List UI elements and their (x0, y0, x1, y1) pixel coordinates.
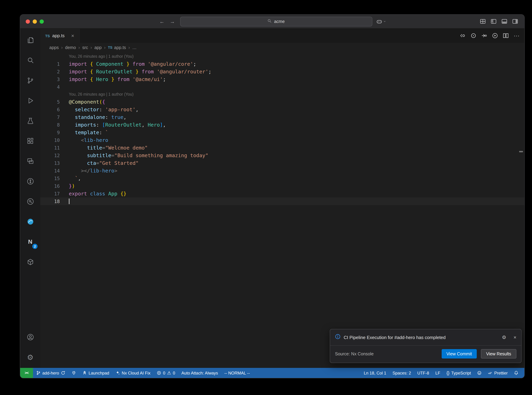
status-connect[interactable] (69, 368, 79, 378)
status-language-mode-label: TypeScript (451, 370, 471, 375)
titlebar-center: ←→ acme (158, 15, 386, 28)
code-line-1[interactable]: 1import { Component } from '@angular/cor… (40, 60, 524, 68)
code-line-9[interactable]: 9 template: ` (40, 129, 524, 136)
notification-header: CI Pipeline Execution for #add-hero has … (330, 329, 521, 345)
activity-nx-console[interactable]: N2 (20, 232, 40, 252)
activity-source-control[interactable] (20, 70, 40, 90)
breadcrumb-app.ts[interactable]: TSapp.ts (108, 45, 126, 50)
activity-azure[interactable] (20, 211, 40, 232)
code-line-13[interactable]: 13 cta="Get Started" (40, 159, 524, 167)
activity-extensions[interactable] (20, 131, 40, 151)
minimize-window-button[interactable] (33, 19, 37, 23)
code-line-2[interactable]: 2import { RouterOutlet } from '@angular/… (40, 68, 524, 76)
status-notifications-bell[interactable] (511, 368, 521, 378)
status-remote-indicator[interactable]: >< (20, 368, 33, 378)
code-line-7[interactable]: 7 standalone: true, (40, 113, 524, 121)
search-value: acme (274, 19, 285, 24)
breadcrumb-separator: › (91, 45, 92, 50)
notification-settings-button[interactable]: ⚙ (502, 335, 506, 340)
code-editor[interactable]: You, 26 minutes ago | 1 author (You)1imp… (40, 52, 524, 368)
status-git-branch-label: add-hero (42, 370, 59, 375)
open-changes-button[interactable] (460, 33, 466, 38)
status-cursor-position-label: Ln 18, Col 1 (364, 370, 386, 375)
breadcrumb-app[interactable]: app (94, 45, 102, 50)
tab-app-ts[interactable]: TS app.ts × (40, 28, 79, 43)
activity-remote-windows[interactable] (20, 151, 40, 171)
breadcrumb-apps[interactable]: apps (49, 45, 59, 50)
copilot-menu-button[interactable] (376, 19, 386, 24)
code-line-5[interactable]: 5@Component({ (40, 98, 524, 106)
toggle-panel-button[interactable] (501, 18, 507, 24)
zoom-window-button[interactable] (40, 19, 44, 23)
status-launchpad[interactable]: Launchpad (79, 368, 113, 378)
view-commit-button[interactable]: View Commit (441, 349, 477, 358)
forward-button[interactable]: → (169, 19, 176, 24)
toggle-secondary-sidebar-button[interactable] (512, 18, 518, 24)
status-nx-cloud-ai-fix[interactable]: Nx Cloud AI Fix (113, 368, 154, 378)
toggle-primary-sidebar-button[interactable] (491, 18, 497, 24)
breadcrumb-src[interactable]: src (82, 45, 88, 50)
status-git-branch[interactable]: add-hero (33, 368, 69, 378)
breadcrumb-more[interactable]: … (132, 45, 137, 50)
code-line-6[interactable]: 6 selector: 'app-root', (40, 106, 524, 113)
code-line-11[interactable]: 11 title="Welcmoe demo" (40, 144, 524, 152)
notification-close-button[interactable]: × (514, 335, 516, 340)
status-feedback[interactable] (474, 368, 485, 378)
close-tab-button[interactable]: × (71, 33, 74, 38)
notification-toast: CI Pipeline Execution for #add-hero has … (330, 329, 521, 363)
close-window-button[interactable] (26, 19, 30, 23)
activity-settings[interactable]: ⚙ (20, 347, 40, 367)
code-line-16[interactable]: 16}) (40, 182, 524, 190)
code-text: title="Welcmoe demo" (69, 144, 148, 152)
code-line-15[interactable]: 15 `, (40, 175, 524, 182)
editor-actions: ··· (460, 28, 524, 43)
code-line-17[interactable]: 17export class App {} (40, 190, 524, 198)
code-line-8[interactable]: 8 imports: [RouterOutlet, Hero], (40, 121, 524, 129)
wand-icon (116, 371, 120, 375)
status-indentation[interactable]: Spaces: 2 (389, 368, 414, 378)
activity-explorer[interactable] (20, 30, 40, 50)
activity-dependencies-cube[interactable] (20, 252, 40, 272)
status-cursor-position[interactable]: Ln 18, Col 1 (361, 368, 389, 378)
activity-run-and-debug[interactable] (20, 90, 40, 110)
code-line-10[interactable]: 10 <lib-hero (40, 136, 524, 144)
line-number: 7 (40, 113, 60, 121)
status-problems[interactable]: 0⚠0 (154, 368, 178, 378)
status-encoding[interactable]: UTF-8 (414, 368, 432, 378)
status-formatter[interactable]: Prettier (485, 368, 511, 378)
breadcrumb-demo[interactable]: demo (65, 45, 76, 50)
activity-testing[interactable] (20, 110, 40, 131)
status-language-mode[interactable]: {}TypeScript (443, 368, 474, 378)
typescript-file-icon: TS (45, 33, 50, 38)
open-graph-button[interactable] (481, 33, 487, 38)
run-code-button[interactable] (492, 33, 498, 38)
gitlens-blame-annotation[interactable]: You, 26 minutes ago | 1 author (You) (69, 91, 524, 98)
activity-search-view[interactable] (20, 50, 40, 70)
code-text: }) (69, 182, 75, 190)
activity-gitlens[interactable] (20, 171, 40, 191)
status-bar-right: Ln 18, Col 1Spaces: 2UTF-8LF{}TypeScript… (361, 368, 524, 378)
open-changes-icon (460, 33, 466, 38)
activity-gitlens-search[interactable] (20, 191, 40, 211)
code-line-12[interactable]: 12 subtitle="Build something amazing tod… (40, 152, 524, 159)
line-number: 14 (40, 167, 60, 175)
code-line-14[interactable]: 14 ></lib-hero> (40, 167, 524, 175)
status-auto-attach[interactable]: Auto Attach: Always (178, 368, 221, 378)
status-vim-mode[interactable]: -- NORMAL -- (221, 368, 253, 378)
status-eol[interactable]: LF (432, 368, 443, 378)
more-actions-button[interactable]: ··· (514, 33, 520, 38)
command-center-search[interactable]: acme (180, 16, 372, 26)
activity-accounts[interactable] (20, 327, 40, 347)
customize-layout-button[interactable] (480, 18, 486, 24)
view-results-button[interactable]: View Results (481, 349, 516, 358)
activity-bar: N2⚙ (20, 28, 40, 368)
file-annotations-button[interactable] (471, 33, 476, 38)
code-line-18[interactable]: 18 (40, 198, 524, 205)
gitlens-blame-annotation[interactable]: You, 26 minutes ago | 1 author (You) (69, 53, 524, 60)
back-button[interactable]: ← (158, 19, 165, 24)
split-editor-button[interactable] (503, 33, 509, 38)
open-graph-icon (481, 33, 487, 38)
code-line-4[interactable]: 4 (40, 83, 524, 91)
code-line-3[interactable]: 3import { Hero } from '@acme/ui'; (40, 76, 524, 83)
extensions-icon (26, 137, 34, 145)
